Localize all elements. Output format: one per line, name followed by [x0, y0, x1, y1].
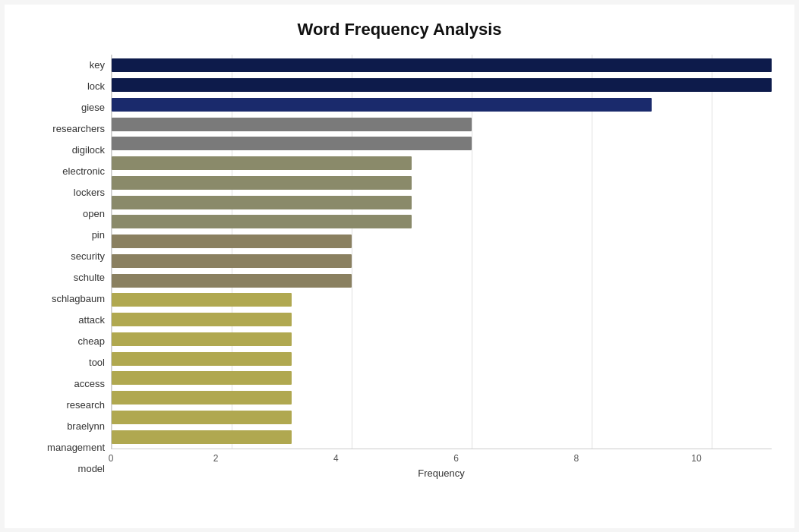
chart-container: Word Frequency Analysis keylockgieserese…: [5, 5, 794, 528]
y-label: electronic: [27, 162, 111, 181]
bar-row: [112, 311, 772, 328]
x-axis-label: Frequency: [111, 467, 772, 479]
bar-row: [112, 409, 772, 426]
bar: [112, 371, 292, 385]
bar-row: [112, 272, 772, 289]
y-label: researchers: [27, 119, 111, 139]
y-label: braelynn: [27, 417, 111, 436]
bar-row: [112, 233, 772, 250]
bar-row: [112, 96, 772, 113]
x-ticks: 0246810: [111, 449, 772, 464]
bar-row: [112, 213, 772, 230]
y-label: open: [27, 204, 111, 224]
x-tick-label: 4: [321, 453, 351, 464]
bar: [112, 274, 352, 288]
bar: [112, 58, 772, 72]
y-label: attack: [27, 310, 111, 330]
bar: [112, 215, 412, 228]
bar: [112, 430, 292, 444]
bar: [112, 235, 352, 248]
bar-row: [112, 155, 772, 172]
bar: [112, 411, 292, 424]
x-tick-label: 8: [561, 453, 592, 464]
bar: [112, 118, 472, 131]
bar-row: [112, 135, 772, 152]
y-axis-labels: keylockgieseresearchersdigilockelectroni…: [27, 55, 111, 480]
bar-row: [112, 175, 772, 191]
y-label: security: [27, 247, 111, 266]
bar: [112, 293, 292, 307]
x-tick-label: 0: [96, 453, 126, 464]
bar: [112, 254, 352, 268]
y-label: research: [27, 395, 111, 415]
bar-row: [112, 331, 772, 348]
y-label: tool: [27, 353, 111, 373]
bar-row: [112, 116, 772, 133]
bar-row: [112, 351, 772, 367]
bars-list: [112, 55, 772, 449]
y-label: lock: [27, 77, 111, 96]
bar: [112, 78, 772, 92]
bars-area: [111, 55, 772, 449]
y-label: schulte: [27, 268, 111, 288]
bars-and-x-container: 0246810 Frequency: [111, 55, 772, 480]
bar-row: [112, 253, 772, 269]
bar: [112, 156, 412, 170]
x-tick-label: 10: [681, 453, 712, 464]
bar: [112, 176, 412, 190]
x-axis: 0246810 Frequency: [111, 449, 772, 480]
y-label: schlagbaum: [27, 289, 111, 309]
bar-row: [112, 291, 772, 308]
y-label: giese: [27, 98, 111, 118]
chart-area: keylockgieseresearchersdigilockelectroni…: [27, 55, 772, 480]
bar: [112, 352, 292, 366]
bar: [112, 137, 472, 150]
bar: [112, 313, 292, 326]
bar: [112, 391, 292, 405]
y-label: key: [27, 55, 111, 75]
y-label: access: [27, 374, 111, 394]
bar-row: [112, 57, 772, 74]
bar-row: [112, 389, 772, 406]
bar-row: [112, 77, 772, 93]
x-tick-label: 6: [441, 453, 472, 464]
bar-row: [112, 370, 772, 386]
y-label: pin: [27, 225, 111, 245]
bar: [112, 332, 292, 346]
y-label: cheap: [27, 332, 111, 351]
bar-row: [112, 429, 772, 445]
y-label: lockers: [27, 183, 111, 203]
y-label: digilock: [27, 140, 111, 160]
chart-title: Word Frequency Analysis: [27, 20, 772, 39]
bar: [112, 98, 652, 112]
bar-row: [112, 194, 772, 211]
x-tick-label: 2: [201, 453, 231, 464]
bar: [112, 196, 412, 209]
